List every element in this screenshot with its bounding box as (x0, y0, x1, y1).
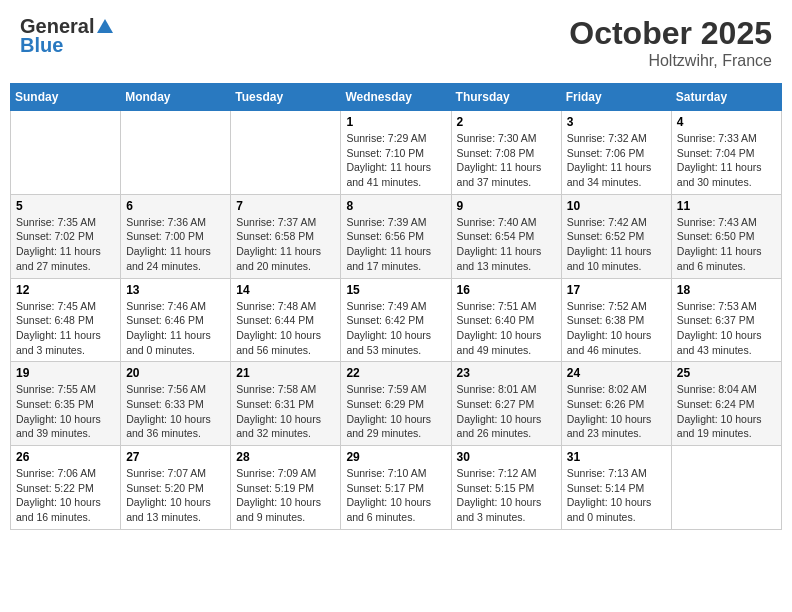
day-info: Sunrise: 8:04 AMSunset: 6:24 PMDaylight:… (677, 382, 776, 441)
calendar-cell: 24Sunrise: 8:02 AMSunset: 6:26 PMDayligh… (561, 362, 671, 446)
weekday-header: Tuesday (231, 84, 341, 111)
weekday-header: Thursday (451, 84, 561, 111)
day-info: Sunrise: 7:48 AMSunset: 6:44 PMDaylight:… (236, 299, 335, 358)
day-info: Sunrise: 7:56 AMSunset: 6:33 PMDaylight:… (126, 382, 225, 441)
calendar-cell: 28Sunrise: 7:09 AMSunset: 5:19 PMDayligh… (231, 446, 341, 530)
logo: General Blue (20, 15, 116, 57)
day-number: 2 (457, 115, 556, 129)
day-number: 27 (126, 450, 225, 464)
calendar-cell: 27Sunrise: 7:07 AMSunset: 5:20 PMDayligh… (121, 446, 231, 530)
day-number: 10 (567, 199, 666, 213)
calendar-cell: 5Sunrise: 7:35 AMSunset: 7:02 PMDaylight… (11, 194, 121, 278)
calendar-cell: 2Sunrise: 7:30 AMSunset: 7:08 PMDaylight… (451, 111, 561, 195)
day-number: 20 (126, 366, 225, 380)
day-number: 28 (236, 450, 335, 464)
calendar-cell: 16Sunrise: 7:51 AMSunset: 6:40 PMDayligh… (451, 278, 561, 362)
day-number: 30 (457, 450, 556, 464)
day-info: Sunrise: 7:36 AMSunset: 7:00 PMDaylight:… (126, 215, 225, 274)
day-number: 5 (16, 199, 115, 213)
calendar-cell: 20Sunrise: 7:56 AMSunset: 6:33 PMDayligh… (121, 362, 231, 446)
title-block: October 2025 Holtzwihr, France (569, 15, 772, 70)
calendar-cell: 17Sunrise: 7:52 AMSunset: 6:38 PMDayligh… (561, 278, 671, 362)
day-number: 7 (236, 199, 335, 213)
day-info: Sunrise: 7:12 AMSunset: 5:15 PMDaylight:… (457, 466, 556, 525)
day-info: Sunrise: 7:55 AMSunset: 6:35 PMDaylight:… (16, 382, 115, 441)
weekday-header: Saturday (671, 84, 781, 111)
day-info: Sunrise: 7:06 AMSunset: 5:22 PMDaylight:… (16, 466, 115, 525)
day-number: 25 (677, 366, 776, 380)
day-number: 19 (16, 366, 115, 380)
calendar-cell: 8Sunrise: 7:39 AMSunset: 6:56 PMDaylight… (341, 194, 451, 278)
day-info: Sunrise: 7:07 AMSunset: 5:20 PMDaylight:… (126, 466, 225, 525)
day-number: 23 (457, 366, 556, 380)
day-number: 12 (16, 283, 115, 297)
day-number: 18 (677, 283, 776, 297)
calendar-cell (121, 111, 231, 195)
day-info: Sunrise: 7:53 AMSunset: 6:37 PMDaylight:… (677, 299, 776, 358)
weekday-header: Wednesday (341, 84, 451, 111)
day-info: Sunrise: 7:39 AMSunset: 6:56 PMDaylight:… (346, 215, 445, 274)
calendar-week-row: 12Sunrise: 7:45 AMSunset: 6:48 PMDayligh… (11, 278, 782, 362)
calendar-week-row: 5Sunrise: 7:35 AMSunset: 7:02 PMDaylight… (11, 194, 782, 278)
day-number: 21 (236, 366, 335, 380)
day-info: Sunrise: 8:01 AMSunset: 6:27 PMDaylight:… (457, 382, 556, 441)
calendar-week-row: 26Sunrise: 7:06 AMSunset: 5:22 PMDayligh… (11, 446, 782, 530)
calendar-week-row: 1Sunrise: 7:29 AMSunset: 7:10 PMDaylight… (11, 111, 782, 195)
calendar-cell: 3Sunrise: 7:32 AMSunset: 7:06 PMDaylight… (561, 111, 671, 195)
calendar-cell: 11Sunrise: 7:43 AMSunset: 6:50 PMDayligh… (671, 194, 781, 278)
day-number: 14 (236, 283, 335, 297)
day-number: 9 (457, 199, 556, 213)
calendar-cell: 22Sunrise: 7:59 AMSunset: 6:29 PMDayligh… (341, 362, 451, 446)
day-number: 8 (346, 199, 445, 213)
day-info: Sunrise: 7:30 AMSunset: 7:08 PMDaylight:… (457, 131, 556, 190)
day-info: Sunrise: 7:59 AMSunset: 6:29 PMDaylight:… (346, 382, 445, 441)
day-info: Sunrise: 7:51 AMSunset: 6:40 PMDaylight:… (457, 299, 556, 358)
calendar-cell: 21Sunrise: 7:58 AMSunset: 6:31 PMDayligh… (231, 362, 341, 446)
calendar-cell: 6Sunrise: 7:36 AMSunset: 7:00 PMDaylight… (121, 194, 231, 278)
month-title: October 2025 (569, 15, 772, 52)
calendar-cell: 23Sunrise: 8:01 AMSunset: 6:27 PMDayligh… (451, 362, 561, 446)
weekday-header: Friday (561, 84, 671, 111)
day-number: 3 (567, 115, 666, 129)
calendar-cell: 14Sunrise: 7:48 AMSunset: 6:44 PMDayligh… (231, 278, 341, 362)
day-number: 4 (677, 115, 776, 129)
calendar-cell: 9Sunrise: 7:40 AMSunset: 6:54 PMDaylight… (451, 194, 561, 278)
day-number: 26 (16, 450, 115, 464)
day-info: Sunrise: 7:32 AMSunset: 7:06 PMDaylight:… (567, 131, 666, 190)
day-info: Sunrise: 7:35 AMSunset: 7:02 PMDaylight:… (16, 215, 115, 274)
day-info: Sunrise: 7:13 AMSunset: 5:14 PMDaylight:… (567, 466, 666, 525)
day-number: 11 (677, 199, 776, 213)
calendar-cell (671, 446, 781, 530)
day-info: Sunrise: 7:40 AMSunset: 6:54 PMDaylight:… (457, 215, 556, 274)
calendar-week-row: 19Sunrise: 7:55 AMSunset: 6:35 PMDayligh… (11, 362, 782, 446)
calendar-cell: 12Sunrise: 7:45 AMSunset: 6:48 PMDayligh… (11, 278, 121, 362)
day-info: Sunrise: 7:29 AMSunset: 7:10 PMDaylight:… (346, 131, 445, 190)
day-info: Sunrise: 7:10 AMSunset: 5:17 PMDaylight:… (346, 466, 445, 525)
calendar-cell: 30Sunrise: 7:12 AMSunset: 5:15 PMDayligh… (451, 446, 561, 530)
calendar-cell: 26Sunrise: 7:06 AMSunset: 5:22 PMDayligh… (11, 446, 121, 530)
calendar-cell: 29Sunrise: 7:10 AMSunset: 5:17 PMDayligh… (341, 446, 451, 530)
calendar-cell: 1Sunrise: 7:29 AMSunset: 7:10 PMDaylight… (341, 111, 451, 195)
day-number: 22 (346, 366, 445, 380)
day-number: 13 (126, 283, 225, 297)
day-number: 16 (457, 283, 556, 297)
day-info: Sunrise: 7:49 AMSunset: 6:42 PMDaylight:… (346, 299, 445, 358)
logo-icon (95, 17, 115, 37)
weekday-header-row: SundayMondayTuesdayWednesdayThursdayFrid… (11, 84, 782, 111)
calendar-cell: 15Sunrise: 7:49 AMSunset: 6:42 PMDayligh… (341, 278, 451, 362)
calendar-cell: 4Sunrise: 7:33 AMSunset: 7:04 PMDaylight… (671, 111, 781, 195)
day-number: 31 (567, 450, 666, 464)
page-header: General Blue October 2025 Holtzwihr, Fra… (10, 10, 782, 75)
calendar-cell: 19Sunrise: 7:55 AMSunset: 6:35 PMDayligh… (11, 362, 121, 446)
calendar-cell: 7Sunrise: 7:37 AMSunset: 6:58 PMDaylight… (231, 194, 341, 278)
day-info: Sunrise: 7:33 AMSunset: 7:04 PMDaylight:… (677, 131, 776, 190)
calendar-cell: 31Sunrise: 7:13 AMSunset: 5:14 PMDayligh… (561, 446, 671, 530)
day-number: 1 (346, 115, 445, 129)
weekday-header: Sunday (11, 84, 121, 111)
day-info: Sunrise: 7:37 AMSunset: 6:58 PMDaylight:… (236, 215, 335, 274)
day-number: 29 (346, 450, 445, 464)
svg-marker-0 (97, 19, 113, 33)
day-number: 17 (567, 283, 666, 297)
day-number: 24 (567, 366, 666, 380)
calendar-cell (11, 111, 121, 195)
